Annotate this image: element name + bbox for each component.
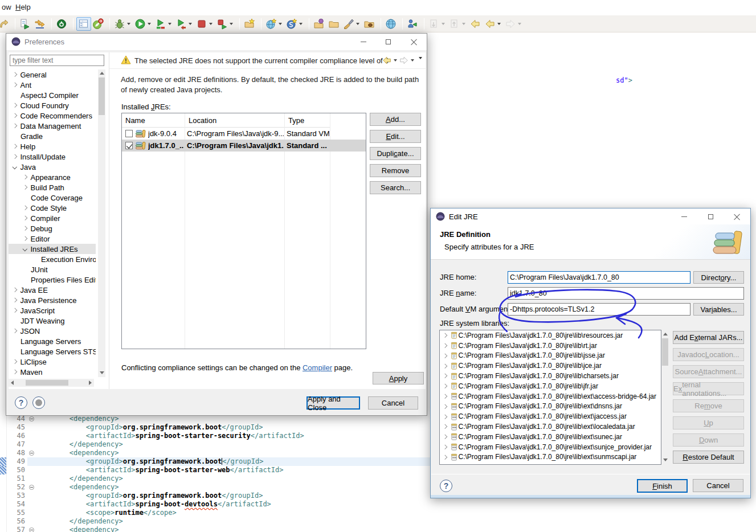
back-nav-icon[interactable] bbox=[382, 55, 397, 66]
expand-arrow-icon[interactable] bbox=[443, 435, 447, 439]
external-annotations-button[interactable]: External annotations... bbox=[673, 382, 744, 395]
check-out-icon[interactable] bbox=[448, 17, 467, 31]
fold-collapse-icon[interactable] bbox=[27, 526, 36, 532]
open-folder-icon[interactable] bbox=[327, 17, 341, 31]
vm-arguments-input[interactable] bbox=[508, 303, 690, 316]
forward-nav-icon[interactable] bbox=[399, 55, 414, 66]
minimize-button[interactable] bbox=[354, 34, 373, 50]
check-in-icon[interactable] bbox=[427, 17, 446, 31]
menu-item-help[interactable]: Help bbox=[15, 3, 31, 11]
expand-arrow-icon[interactable] bbox=[13, 154, 17, 159]
spring-nature-icon[interactable] bbox=[91, 17, 105, 31]
close-button[interactable] bbox=[404, 34, 423, 50]
tree-item-java-ee[interactable]: Java EE bbox=[9, 285, 96, 295]
web-browser-icon[interactable] bbox=[384, 17, 398, 31]
expand-arrow-icon[interactable] bbox=[13, 329, 17, 333]
tree-item-general[interactable]: General bbox=[9, 69, 96, 80]
remove-button[interactable]: Remove bbox=[673, 399, 744, 412]
tree-item-gradle[interactable]: Gradle bbox=[9, 131, 96, 141]
library-row[interactable]: C:\Program Files\Java\jdk1.7.0_80\jre\li… bbox=[440, 411, 661, 421]
tree-item-build-path[interactable]: Build Path bbox=[9, 182, 96, 193]
expand-arrow-icon[interactable] bbox=[443, 414, 447, 419]
open-perspective-icon[interactable] bbox=[312, 17, 326, 31]
expand-arrow-icon[interactable] bbox=[443, 394, 447, 399]
expand-arrow-icon[interactable] bbox=[443, 343, 447, 348]
new-wizard-icon[interactable] bbox=[243, 17, 256, 31]
expand-arrow-icon[interactable] bbox=[23, 185, 27, 190]
new-web-project-icon[interactable] bbox=[264, 17, 283, 31]
cancel-button[interactable]: Cancel bbox=[368, 396, 418, 410]
tree-item-junit[interactable]: JUnit bbox=[9, 264, 96, 275]
minimize-button[interactable] bbox=[675, 208, 694, 224]
tree-item-java[interactable]: Java bbox=[9, 162, 96, 172]
default-jre-checkbox[interactable] bbox=[125, 142, 133, 149]
coverage-icon[interactable] bbox=[154, 17, 173, 31]
duplicate-button[interactable]: Duplicate... bbox=[370, 147, 421, 160]
filter-input[interactable] bbox=[10, 55, 104, 66]
run-icon[interactable] bbox=[133, 17, 152, 31]
tree-item-editor[interactable]: Editor bbox=[9, 234, 96, 244]
synchronize-icon[interactable] bbox=[406, 17, 419, 31]
tree-item-javascript[interactable]: JavaScript bbox=[9, 305, 96, 316]
maximize-button[interactable] bbox=[378, 34, 398, 50]
apply-and-close-button[interactable]: Apply and Close bbox=[307, 396, 360, 410]
expand-arrow-icon[interactable] bbox=[23, 206, 27, 210]
fold-collapse-icon[interactable] bbox=[27, 415, 36, 423]
library-row[interactable]: C:\Program Files\Java\jdk1.7.0_80\jre\li… bbox=[440, 402, 661, 412]
library-row[interactable]: C:\Program Files\Java\jdk1.7.0_80\jre\li… bbox=[440, 452, 661, 463]
installed-jres-table[interactable]: Name Location Type jdk-9.0.4C:\Program F… bbox=[121, 113, 366, 349]
tree-item-java-persistence[interactable]: Java Persistence bbox=[9, 295, 96, 305]
expand-arrow-icon[interactable] bbox=[13, 288, 17, 292]
expand-arrow-icon[interactable] bbox=[23, 216, 27, 220]
tree-item-code-style[interactable]: Code Style bbox=[9, 203, 96, 213]
compiler-link[interactable]: Compiler bbox=[303, 363, 332, 372]
tree-item-code-recommenders[interactable]: Code Recommenders bbox=[9, 111, 96, 121]
expand-arrow-icon[interactable] bbox=[443, 363, 447, 368]
variables-button[interactable]: Variables... bbox=[693, 303, 744, 316]
system-libraries-list[interactable]: C:\Program Files\Java\jdk1.7.0_80\jre\li… bbox=[439, 330, 661, 465]
back-icon[interactable] bbox=[468, 17, 482, 31]
expand-arrow-icon[interactable] bbox=[23, 226, 27, 231]
tree-item-properties-files-editc[interactable]: Properties Files Editc bbox=[9, 275, 96, 285]
expand-arrow-icon[interactable] bbox=[443, 354, 447, 358]
column-header-location[interactable]: Location bbox=[185, 113, 284, 128]
library-row[interactable]: C:\Program Files\Java\jdk1.7.0_80\jre\li… bbox=[440, 371, 661, 381]
cancel-button[interactable]: Cancel bbox=[693, 479, 743, 492]
profile-icon[interactable] bbox=[174, 17, 193, 31]
tree-item-language-servers[interactable]: Language Servers bbox=[9, 336, 96, 346]
remove-button[interactable]: Remove bbox=[370, 164, 421, 177]
tree-item-execution-enviro[interactable]: Execution Enviro bbox=[9, 254, 96, 264]
view-menu-icon[interactable] bbox=[417, 59, 422, 69]
finish-button[interactable]: Finish bbox=[637, 479, 688, 493]
collapse-arrow-icon[interactable] bbox=[23, 247, 27, 251]
library-row[interactable]: C:\Program Files\Java\jdk1.7.0_80\jre\li… bbox=[440, 421, 661, 432]
add-button[interactable]: Add... bbox=[370, 113, 421, 126]
debug-icon[interactable] bbox=[113, 17, 132, 31]
library-row[interactable]: C:\Program Files\Java\jdk1.7.0_80\jre\li… bbox=[440, 391, 661, 402]
tree-item-cloud-foundry[interactable]: Cloud Foundry bbox=[9, 100, 96, 111]
expand-arrow-icon[interactable] bbox=[23, 236, 27, 241]
tree-item-jdt-weaving[interactable]: JDT Weaving bbox=[9, 316, 96, 326]
tree-horizontal-scrollbar[interactable] bbox=[9, 379, 94, 387]
tree-item-aspectj-compiler[interactable]: AspectJ Compiler bbox=[9, 90, 96, 100]
expand-arrow-icon[interactable] bbox=[13, 359, 17, 364]
expand-arrow-icon[interactable] bbox=[13, 308, 17, 313]
run-last-tool-icon[interactable] bbox=[18, 17, 32, 31]
back-history-icon[interactable] bbox=[483, 17, 502, 31]
expand-arrow-icon[interactable] bbox=[443, 424, 447, 429]
collapse-arrow-icon[interactable] bbox=[13, 165, 17, 169]
tree-item-installed-jres[interactable]: Installed JREs bbox=[9, 244, 96, 254]
expand-arrow-icon[interactable] bbox=[13, 144, 17, 149]
boot-dashboard-icon[interactable] bbox=[55, 17, 68, 31]
library-row[interactable]: C:\Program Files\Java\jdk1.7.0_80\jre\li… bbox=[440, 330, 661, 341]
tree-item-maven[interactable]: Maven bbox=[9, 367, 96, 377]
add-external-jars-button[interactable]: Add External JARs... bbox=[673, 331, 744, 344]
grid-view-icon[interactable] bbox=[76, 17, 91, 31]
expand-arrow-icon[interactable] bbox=[13, 103, 17, 108]
close-button[interactable] bbox=[727, 208, 746, 224]
skip-breakpoints-icon[interactable] bbox=[33, 17, 47, 31]
new-server-icon[interactable] bbox=[285, 17, 304, 31]
forward-icon[interactable] bbox=[504, 17, 522, 31]
xml-editor[interactable]: 44 <dependency>45 <groupId>org.springfra… bbox=[0, 415, 431, 532]
help-icon[interactable]: ? bbox=[440, 480, 452, 492]
